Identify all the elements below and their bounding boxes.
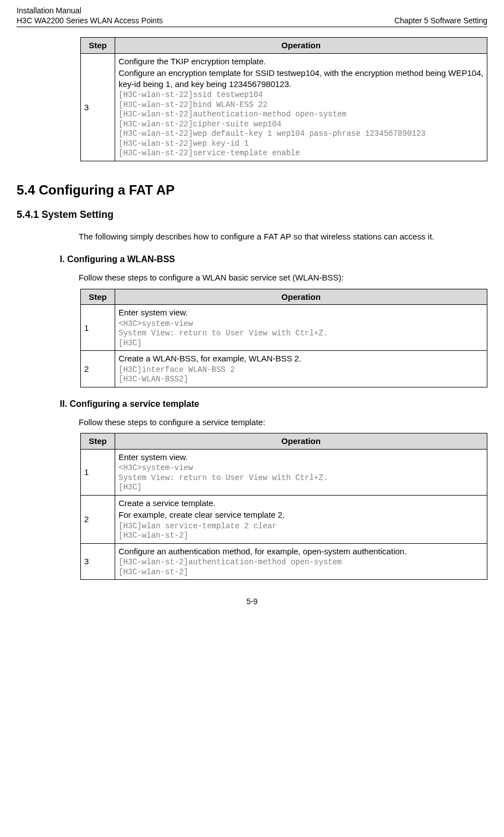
- page-header: Installation Manual H3C WA2200 Series WL…: [17, 6, 487, 25]
- step-number: 3: [81, 53, 115, 161]
- op-desc2: For example, create clear service templa…: [119, 509, 484, 520]
- page-number: 5-9: [17, 596, 487, 606]
- op-desc1: Configure the TKIP encryption template.: [119, 56, 484, 67]
- op-desc1: Enter system view.: [119, 307, 484, 318]
- table-header-row: Step Operation: [81, 433, 487, 450]
- table-row: 1 Enter system view. <H3C>system-view Sy…: [81, 449, 487, 495]
- op-desc2: Configure an encryption template for SSI…: [119, 68, 484, 89]
- col-operation: Operation: [115, 433, 487, 450]
- step-number: 2: [81, 495, 115, 543]
- table-row: 3 Configure an authentication method, fo…: [81, 543, 487, 580]
- heading-5-4: 5.4 Configuring a FAT AP: [17, 181, 487, 198]
- op-desc1: Create a WLAN-BSS, for example, WLAN-BSS…: [119, 353, 484, 364]
- operation-cell: Create a WLAN-BSS, for example, WLAN-BSS…: [115, 351, 487, 387]
- subheading-I: I. Configuring a WLAN-BSS: [60, 254, 487, 266]
- op-code: <H3C>system-view System View: return to …: [119, 463, 484, 493]
- para-5-4-1: The following simply describes how to co…: [79, 229, 487, 244]
- operation-cell: Create a service template. For example, …: [115, 495, 487, 543]
- operation-cell: Enter system view. <H3C>system-view Syst…: [115, 305, 487, 351]
- table-row: 3 Configure the TKIP encryption template…: [81, 53, 487, 161]
- operation-cell: Configure the TKIP encryption template. …: [115, 53, 487, 161]
- step-number: 3: [81, 543, 115, 580]
- op-code: [H3C]interface WLAN-BSS 2 [H3C-WLAN-BSS2…: [119, 365, 484, 385]
- op-code: [H3C-wlan-st-2]authentication-method ope…: [119, 558, 484, 577]
- table-wlan-bss: Step Operation 1 Enter system view. <H3C…: [80, 289, 487, 387]
- table-header-row: Step Operation: [81, 38, 487, 54]
- subheading-II: II. Configuring a service template: [60, 399, 487, 410]
- table-row: 2 Create a service template. For example…: [81, 495, 487, 543]
- header-left: Installation Manual H3C WA2200 Series WL…: [17, 6, 163, 25]
- op-desc1: Create a service template.: [119, 498, 484, 509]
- step-number: 2: [81, 351, 115, 387]
- header-chapter: Chapter 5 Software Setting: [394, 16, 487, 25]
- intro-I: Follow these steps to configure a WLAN b…: [79, 272, 487, 283]
- header-line1: Installation Manual: [17, 6, 163, 16]
- col-step: Step: [81, 433, 115, 450]
- op-desc1: Configure an authentication method, for …: [119, 546, 484, 557]
- step-number: 1: [81, 449, 115, 495]
- op-desc1: Enter system view.: [119, 452, 484, 463]
- col-step: Step: [81, 38, 115, 54]
- op-code: [H3C-wlan-st-22]ssid testwep104 [H3C-wla…: [119, 90, 484, 159]
- operation-cell: Configure an authentication method, for …: [115, 543, 487, 580]
- table-header-row: Step Operation: [81, 289, 487, 305]
- table-step3: Step Operation 3 Configure the TKIP encr…: [80, 37, 487, 161]
- heading-5-4-1: 5.4.1 System Setting: [17, 208, 487, 221]
- col-operation: Operation: [115, 38, 487, 54]
- table-row: 1 Enter system view. <H3C>system-view Sy…: [81, 305, 487, 351]
- step-number: 1: [81, 305, 115, 351]
- header-divider: [17, 27, 487, 27]
- header-line2: H3C WA2200 Series WLAN Access Points: [17, 16, 163, 25]
- op-code: [H3C]wlan service-template 2 clear [H3C-…: [119, 522, 484, 541]
- table-service-template: Step Operation 1 Enter system view. <H3C…: [80, 433, 487, 580]
- intro-II: Follow these steps to configure a servic…: [79, 417, 487, 428]
- col-operation: Operation: [115, 289, 487, 305]
- col-step: Step: [81, 289, 115, 305]
- table-row: 2 Create a WLAN-BSS, for example, WLAN-B…: [81, 351, 487, 387]
- operation-cell: Enter system view. <H3C>system-view Syst…: [115, 449, 487, 495]
- op-code: <H3C>system-view System View: return to …: [119, 319, 484, 349]
